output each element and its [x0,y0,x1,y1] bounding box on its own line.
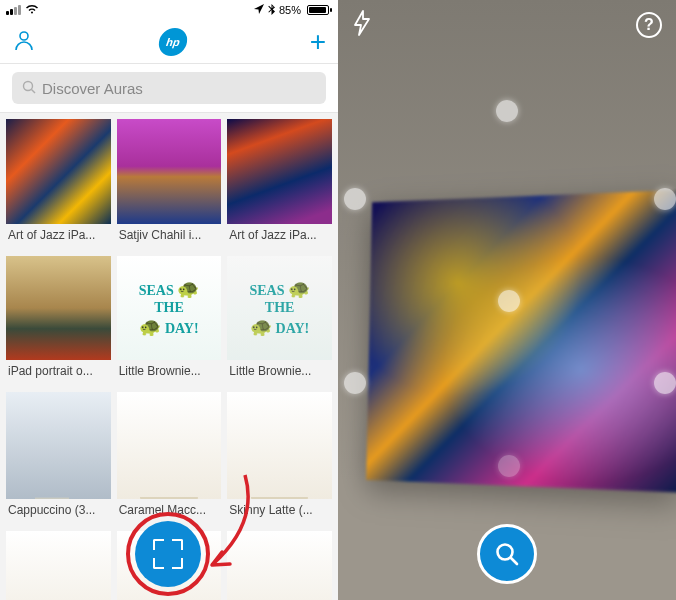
grid-item[interactable]: Skinny Latte (... [227,392,332,525]
grid-item-label: Skinny Latte (... [227,499,332,525]
tracking-dot [654,188,676,210]
svg-line-4 [511,558,517,564]
camera-screen: ? [338,0,676,600]
grid-item[interactable]: Satjiv Chahil i... [117,119,222,250]
grid-item[interactable]: Art of Jazz iPa... [6,119,111,250]
grid-item-label: Satjiv Chahil i... [117,224,222,250]
hp-logo[interactable]: hp [157,28,189,56]
battery-percent: 85% [279,4,301,16]
help-icon[interactable]: ? [636,12,662,38]
grid-item[interactable]: SEAS 🐢 THE 🐢 DAY! Little Brownie... [117,256,222,387]
grid-item[interactable]: iPad portrait o... [6,256,111,387]
grid-item-label: Little Brownie... [117,360,222,386]
nav-bar: hp + [0,20,338,64]
scan-icon [153,539,183,569]
grid-item-label: Art of Jazz iPa... [227,224,332,250]
grid-item[interactable]: Art of Jazz iPa... [227,119,332,250]
search-icon [493,540,521,568]
grid-item[interactable] [6,531,111,600]
svg-line-2 [32,89,36,93]
grid-item-label: iPad portrait o... [6,360,111,386]
signal-icon [6,5,21,15]
grid-item-label: Art of Jazz iPa... [6,224,111,250]
add-icon[interactable]: + [310,28,326,56]
search-input[interactable]: Discover Auras [12,72,326,104]
profile-icon[interactable] [12,28,36,56]
grid-item[interactable] [227,531,332,600]
camera-target [366,190,676,493]
svg-point-1 [24,81,33,90]
bluetooth-icon [268,4,275,17]
grid-item-label: Little Brownie... [227,360,332,386]
status-bar: 85% [0,0,338,20]
tracking-dot [654,372,676,394]
tracking-dot [496,100,518,122]
grid-item-label: Cappuccino (3... [6,499,111,525]
svg-point-0 [20,32,28,40]
search-placeholder: Discover Auras [42,80,143,97]
battery-icon [305,5,332,15]
flash-icon[interactable] [352,10,372,40]
wifi-icon [25,4,39,16]
tracking-dot [344,188,366,210]
search-icon [22,80,36,97]
discover-screen: 85% hp + Discover Auras [0,0,338,600]
scan-button[interactable] [135,521,201,587]
grid-item[interactable]: Caramel Macc... [117,392,222,525]
location-icon [254,4,264,16]
tracking-dot [498,290,520,312]
tracking-dot [498,455,520,477]
camera-search-button[interactable] [477,524,537,584]
grid-item[interactable]: SEAS 🐢 THE 🐢 DAY! Little Brownie... [227,256,332,387]
grid-item[interactable]: Cappuccino (3... [6,392,111,525]
tracking-dot [344,372,366,394]
